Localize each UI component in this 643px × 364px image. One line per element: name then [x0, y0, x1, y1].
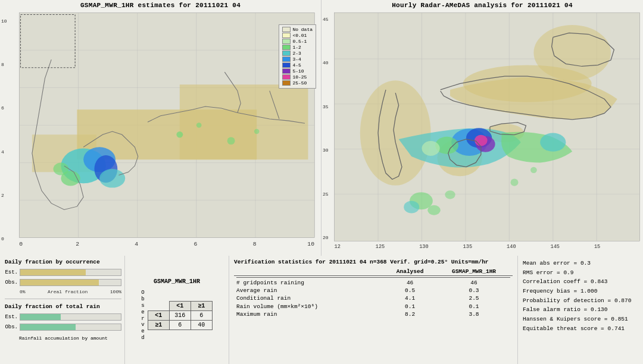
- stats-row-3: Rain volume (mm×km²×10⁶) 0.1 0.1: [234, 302, 513, 310]
- legend-color-34: [282, 57, 291, 62]
- svg-point-22: [227, 137, 235, 145]
- svg-rect-12: [180, 84, 308, 159]
- legend-color-23: [282, 51, 291, 56]
- svg-text:145: 145: [550, 244, 560, 250]
- svg-text:0: 0: [19, 241, 23, 247]
- axis-100pct: 100%: [110, 289, 121, 294]
- legend-label-45: 4-5: [292, 62, 301, 68]
- svg-text:135: 135: [463, 244, 473, 250]
- legend-color-001: [282, 33, 291, 38]
- legend-label-05: 0.5-1: [292, 39, 307, 44]
- legend-label-34: 3-4: [292, 57, 301, 62]
- svg-point-56: [404, 201, 419, 214]
- cont-col-lt1: <1: [169, 302, 191, 311]
- cont-wrapper: O b s e r v e d <1 ≥1: [141, 290, 212, 341]
- stats-val-4-g: 3.8: [435, 310, 513, 318]
- obs-side-label: O b s e r v e d: [141, 290, 144, 341]
- bar-est-1: Est.: [5, 269, 121, 276]
- stats-label-2: Conditional rain: [234, 294, 385, 302]
- top-row: GSMAP_MWR_1HR estimates for 20111021 04 …: [0, 0, 643, 256]
- stat-line-7: Equitable threat score = 0.741: [523, 324, 638, 334]
- stats-row-4: Maximum rain 8.2 3.8: [234, 310, 513, 318]
- right-stats-panel: Mean abs error = 0.3 RMS error = 0.9 Cor…: [518, 256, 643, 364]
- bottom-row: Daily fraction by occurrence Est. Obs. 0…: [0, 256, 643, 364]
- svg-point-20: [176, 131, 183, 138]
- cont-col-gte1: ≥1: [191, 302, 212, 311]
- left-map-panel: GSMAP_MWR_1HR estimates for 20111021 04 …: [0, 0, 322, 256]
- right-map-panel: Hourly Radar-AMeDAS analysis for 2011102…: [322, 0, 643, 256]
- axis-mid: Areal fraction: [48, 289, 88, 294]
- bar-obs-1-label: Obs.: [5, 280, 18, 285]
- left-map-title: GSMAP_MWR_1HR estimates for 20111021 04: [0, 0, 321, 10]
- left-map-svg: 0 2 4 6 8 10: [0, 10, 321, 253]
- stats-val-3-a: 0.1: [385, 302, 435, 310]
- stats-val-2-a: 4.1: [385, 294, 435, 302]
- axis-0pct: 0%: [20, 289, 26, 294]
- bar-est-2-label: Est.: [5, 314, 18, 320]
- legend-label-510: 5-10: [292, 68, 304, 74]
- svg-point-54: [540, 133, 566, 152]
- chart1-title: Daily fraction by occurrence: [5, 259, 121, 265]
- svg-point-58: [445, 190, 455, 199]
- right-map-svg: 125 130 135 140 145 15 12: [322, 10, 643, 253]
- legend-label-2550: 25-50: [292, 80, 307, 86]
- legend-label-23: 2-3: [292, 51, 301, 56]
- stats-row-2: Conditional rain 4.1 2.5: [234, 294, 513, 302]
- svg-point-60: [530, 167, 537, 173]
- legend-color-510: [282, 68, 291, 74]
- stats-val-1-g: 0.3: [435, 287, 513, 294]
- svg-text:12: 12: [335, 244, 341, 250]
- svg-point-51: [475, 135, 488, 146]
- stats-col-label: [234, 268, 385, 276]
- stats-val-1-a: 0.5: [385, 287, 435, 294]
- legend-color-12: [282, 45, 291, 50]
- bar-obs-2-fill: [20, 324, 76, 330]
- legend-label-12: 1-2: [292, 45, 301, 50]
- bar-obs-2: Obs.: [5, 324, 121, 331]
- bar-est-2-container: [20, 313, 121, 321]
- svg-point-43: [360, 80, 431, 185]
- svg-point-57: [427, 205, 441, 215]
- bar-obs-2-container: [20, 324, 121, 331]
- color-legend: No data <0.01 0.5-1 1-2: [279, 24, 316, 89]
- bar-obs-2-label: Obs.: [5, 324, 18, 330]
- charts-panel: Daily fraction by occurrence Est. Obs. 0…: [0, 256, 125, 364]
- cont-cell-11: 40: [191, 321, 212, 330]
- stat-line-3: Frequency bias = 1.000: [523, 287, 638, 296]
- stats-col-gsmap: GSMAP_MWR_1HR: [435, 268, 513, 276]
- stats-val-0-a: 46: [385, 279, 435, 287]
- chart-footnote: Rainfall accumulation by amount: [5, 335, 121, 341]
- right-map-area: Provided by: JWA/JMA 45 40 35 30 25 20: [322, 10, 643, 253]
- bar-est-2-fill: [20, 314, 61, 320]
- cont-row-lt1: <1: [148, 311, 169, 321]
- stat-line-4: Probability of detection = 0.870: [523, 296, 638, 306]
- cont-table-wrapper: <1 ≥1 <1 316 6 ≥1 6 40: [148, 301, 213, 330]
- svg-text:140: 140: [507, 244, 516, 250]
- cont-row-gte1: ≥1: [148, 321, 169, 330]
- cont-corner: [148, 302, 169, 311]
- bar-obs-1-fill: [20, 280, 99, 285]
- legend-label-1025: 10-25: [292, 74, 307, 80]
- bar-est-1-container: [20, 269, 121, 276]
- main-container: GSMAP_MWR_1HR estimates for 20111021 04 …: [0, 0, 643, 364]
- bar-obs-1: Obs.: [5, 279, 121, 286]
- svg-point-19: [53, 163, 68, 175]
- svg-text:15: 15: [594, 244, 600, 250]
- svg-point-59: [511, 178, 519, 186]
- stat-line-1: RMS error = 0.9: [523, 268, 638, 278]
- cont-cell-01: 6: [191, 311, 212, 321]
- stats-val-3-g: 0.1: [435, 302, 513, 310]
- bar-est-1-fill: [20, 269, 86, 275]
- stats-row-0: # gridpoints raining 46 46: [234, 279, 513, 287]
- cont-cell-00: 316: [169, 311, 191, 321]
- stats-panel: Verification statistics for 20111021 04 …: [229, 256, 518, 364]
- stat-line-0: Mean abs error = 0.3: [523, 259, 638, 268]
- stats-row-1: Average rain 0.5 0.3: [234, 287, 513, 294]
- legend-color-05: [282, 39, 291, 44]
- stat-line-2: Correlation coeff = 0.843: [523, 277, 638, 287]
- bar-est-1-label: Est.: [5, 269, 18, 275]
- stats-table: Analysed GSMAP_MWR_1HR # gridpoints rain…: [234, 268, 513, 318]
- cont-cell-10: 6: [169, 321, 191, 330]
- contingency-panel: GSMAP_MWR_1HR O b s e r v e d: [125, 256, 229, 364]
- svg-text:125: 125: [376, 244, 385, 250]
